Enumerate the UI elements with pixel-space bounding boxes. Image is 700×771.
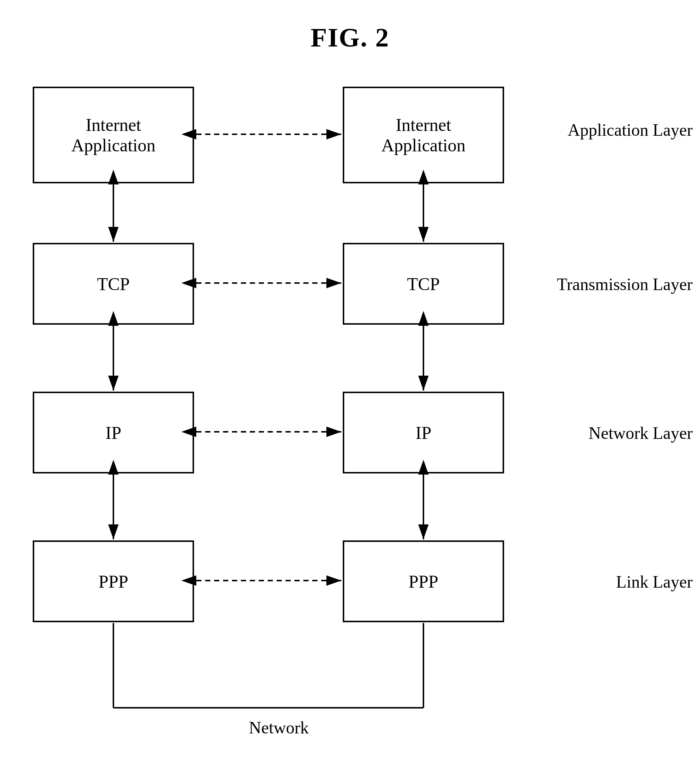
ppp-layer-label: Link Layer <box>616 572 693 592</box>
right-ip-box: IP <box>343 392 504 473</box>
right-tcp-label: TCP <box>407 274 440 294</box>
page-title: FIG. 2 <box>0 0 700 75</box>
left-ip-box: IP <box>33 392 194 473</box>
right-ppp-label: PPP <box>409 571 438 592</box>
right-tcp-box: TCP <box>343 243 504 325</box>
left-ppp-label: PPP <box>99 571 128 592</box>
left-tcp-label: TCP <box>97 274 130 294</box>
left-tcp-box: TCP <box>33 243 194 325</box>
diagram: InternetApplication TCP IP PPP InternetA… <box>0 75 700 771</box>
right-ppp-box: PPP <box>343 540 504 622</box>
left-ppp-box: PPP <box>33 540 194 622</box>
left-app-box: InternetApplication <box>33 87 194 183</box>
left-app-label: InternetApplication <box>71 115 156 156</box>
tcp-layer-label: Transmission Layer <box>557 275 693 294</box>
right-app-label: InternetApplication <box>382 115 466 156</box>
app-layer-label: Application Layer <box>568 120 693 140</box>
right-ip-label: IP <box>416 423 432 443</box>
network-label: Network <box>186 718 372 737</box>
ip-layer-label: Network Layer <box>588 423 693 443</box>
left-ip-label: IP <box>106 423 122 443</box>
right-app-box: InternetApplication <box>343 87 504 183</box>
